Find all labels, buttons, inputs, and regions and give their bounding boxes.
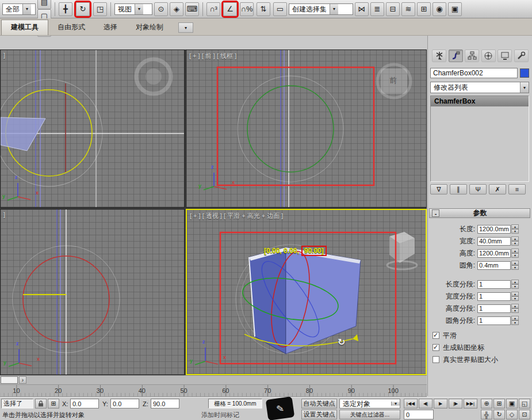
spinner[interactable]: ▴▾ — [511, 249, 519, 258]
spinner[interactable]: ▴▾ — [511, 292, 519, 301]
spinner-down-icon[interactable]: ▾ — [511, 253, 519, 258]
material-editor-icon[interactable]: ◉ — [433, 2, 446, 16]
show-end-result-icon[interactable]: ∥ — [450, 184, 467, 194]
select-manipulate-icon[interactable]: ◈ — [170, 2, 183, 16]
chevron-down-icon[interactable]: ▼ — [330, 4, 338, 14]
spinner-down-icon[interactable]: ▾ — [511, 265, 519, 270]
named-selection-set-combo[interactable]: 创建选择集 ▼ — [289, 3, 353, 15]
reference-coordinate-dropdown[interactable]: 视图 ▼ — [114, 3, 152, 15]
go-to-end-icon[interactable]: ▶▶| — [464, 399, 477, 408]
time-slider-handle[interactable] — [1, 376, 18, 384]
parameter-value-field[interactable]: 40.0mm — [477, 237, 511, 246]
configure-modifier-sets-icon[interactable]: ≡ — [508, 184, 526, 194]
parameter-value-field[interactable]: 1 — [477, 316, 511, 325]
percent-snap-icon[interactable]: ∩% — [240, 2, 254, 16]
go-to-start-icon[interactable]: |◀◀ — [404, 399, 418, 408]
object-name-field[interactable]: ChamferBox002 — [430, 68, 518, 78]
remove-modifier-icon[interactable]: ✗ — [489, 184, 506, 194]
ribbon-tab[interactable]: 选择 — [94, 20, 127, 35]
display-tab-icon[interactable] — [497, 49, 512, 62]
front-viewport[interactable]: [ + ] [ 前 ] [ 线框 ] 前 z x y — [186, 49, 427, 208]
spinner-up-icon[interactable]: ▴ — [511, 292, 519, 296]
spinner-down-icon[interactable]: ▾ — [511, 320, 519, 325]
spinner[interactable]: ▴▾ — [511, 236, 519, 246]
mirror-icon[interactable]: ⋈ — [355, 2, 369, 16]
track-bar[interactable]: › — [0, 375, 427, 384]
use-pivot-center-icon[interactable]: ⊙ — [154, 2, 168, 16]
spinner[interactable]: ▴▾ — [511, 316, 519, 325]
spinner[interactable]: ▴▾ — [511, 304, 519, 313]
zoom-extents-icon[interactable]: ▣ — [506, 399, 518, 408]
modify-tab-icon[interactable] — [449, 49, 463, 62]
spinner-down-icon[interactable]: ▾ — [511, 284, 519, 289]
selection-lock-icon[interactable] — [35, 399, 47, 408]
slider-next-frame-button[interactable]: › — [19, 376, 26, 384]
ribbon-tab[interactable]: 自由形式 — [48, 20, 94, 35]
zoom-region-icon[interactable]: ◱ — [519, 399, 530, 408]
chevron-down-icon[interactable]: ▼ — [391, 402, 400, 406]
viewport-label[interactable]: [ + ] [ 透视 ] [ 平滑 + 高光 + 边面 ] — [190, 212, 283, 220]
rollout-collapse-icon[interactable]: - — [432, 209, 439, 217]
spinner-up-icon[interactable]: ▴ — [511, 261, 519, 265]
zoom-icon[interactable]: ⊕ — [481, 399, 492, 408]
z-coordinate-field[interactable]: 90.0 — [151, 399, 179, 408]
spinner-up-icon[interactable]: ▴ — [511, 249, 519, 253]
spinner-up-icon[interactable]: ▴ — [511, 224, 519, 229]
select-move-icon[interactable]: ╋ — [59, 2, 72, 16]
spinner-up-icon[interactable]: ▴ — [511, 236, 519, 241]
parameters-rollout-header[interactable]: - 参数 — [429, 208, 530, 218]
previous-frame-icon[interactable]: ◀| — [419, 399, 433, 408]
spinner-up-icon[interactable]: ▴ — [511, 316, 519, 320]
modifier-stack-item[interactable]: ChamferBox — [431, 96, 529, 106]
timeline-ruler[interactable]: 102030405060708090100 — [0, 384, 427, 397]
angle-snap-icon[interactable]: ∠ — [223, 2, 237, 16]
parameter-value-field[interactable]: 1 — [477, 292, 511, 301]
zoom-all-icon[interactable]: ⊞ — [493, 399, 505, 408]
create-tab-icon[interactable] — [432, 49, 446, 62]
select-by-name-icon[interactable]: ▤ — [37, 0, 51, 9]
field-of-view-icon[interactable]: ◇ — [506, 410, 518, 419]
spinner-down-icon[interactable]: ▾ — [511, 241, 519, 246]
spinner-snap-icon[interactable]: ⇅ — [257, 2, 270, 16]
motion-tab-icon[interactable] — [481, 49, 496, 62]
viewport-label[interactable]: [ + ] [ 前 ] [ 线框 ] — [189, 52, 236, 60]
absolute-offset-toggle-icon[interactable]: ⊞ — [48, 399, 59, 408]
viewport-label[interactable]: ] — [3, 211, 5, 218]
select-scale-icon[interactable]: ◳ — [93, 2, 107, 16]
next-frame-icon[interactable]: |▶ — [449, 399, 462, 408]
spinner-up-icon[interactable]: ▴ — [511, 304, 519, 308]
select-rotate-icon[interactable]: ↻ — [76, 2, 90, 16]
chevron-down-icon[interactable]: ▼ — [520, 82, 529, 93]
spinner-down-icon[interactable]: ▾ — [511, 308, 519, 313]
maximize-viewport-icon[interactable]: ⊡ — [519, 410, 530, 419]
parameter-value-field[interactable]: 1 — [477, 304, 511, 313]
left-viewport[interactable]: ] z x y — [0, 209, 185, 375]
snap-3d-icon[interactable]: ∩³ — [206, 2, 220, 16]
hierarchy-tab-icon[interactable] — [465, 49, 479, 62]
add-time-tag[interactable]: 添加时间标记 — [201, 411, 239, 419]
top-viewport[interactable]: ] z x y — [0, 49, 185, 208]
ribbon-minimize-button[interactable]: ▾ — [178, 22, 193, 33]
current-frame-field[interactable]: 0 — [404, 410, 434, 419]
chevron-down-icon[interactable]: ▼ — [22, 4, 31, 14]
spinner-down-icon[interactable]: ▾ — [511, 296, 519, 301]
utilities-tab-icon[interactable] — [514, 49, 529, 62]
checkbox[interactable] — [433, 332, 439, 339]
parameter-value-field[interactable]: 1200.0mm — [477, 249, 511, 258]
curve-editor-icon[interactable]: ≋ — [401, 2, 415, 16]
spinner-down-icon[interactable]: ▾ — [511, 229, 519, 234]
set-key-button[interactable]: 设置关键点 — [301, 410, 337, 419]
key-filters-button[interactable]: 关键点过滤器... — [339, 410, 400, 419]
viewport-label[interactable]: ] — [3, 52, 5, 59]
modifier-list-dropdown[interactable]: 修改器列表 ▼ — [430, 82, 529, 93]
ribbon-tab[interactable]: 对象绘制 — [127, 20, 173, 35]
parameter-value-field[interactable]: 1 — [477, 280, 511, 289]
parameter-value-field[interactable]: 0.4mm — [477, 261, 511, 270]
checkbox[interactable] — [433, 356, 439, 363]
auto-key-button[interactable]: 自动关键点 — [301, 399, 337, 408]
align-icon[interactable]: ≣ — [370, 2, 384, 16]
selection-mode-dropdown[interactable]: 选定对象 ▼ — [339, 399, 400, 408]
spinner[interactable]: ▴▾ — [511, 224, 519, 234]
orbit-icon[interactable]: ↻ — [493, 410, 505, 419]
keyboard-override-icon[interactable]: ⌨ — [185, 2, 199, 16]
